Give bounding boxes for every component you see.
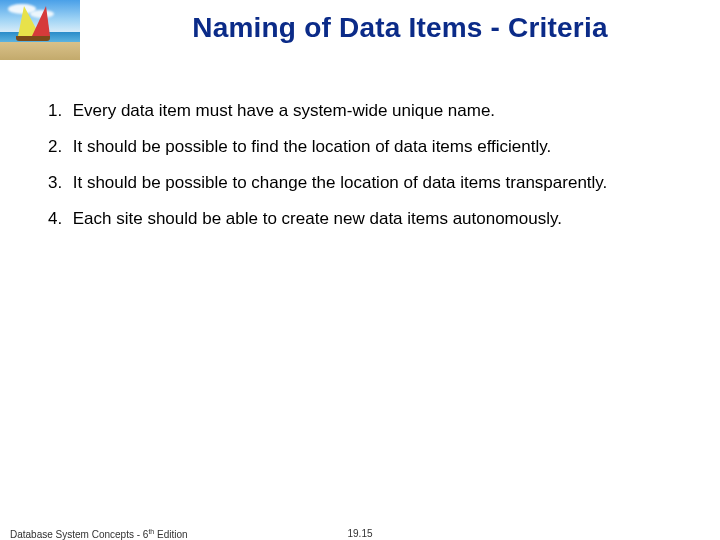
item-number: 1. (48, 100, 68, 122)
slide-title: Naming of Data Items - Criteria (100, 12, 700, 44)
list-item: 2. It should be possible to find the loc… (48, 136, 680, 158)
list-item: 1. Every data item must have a system-wi… (48, 100, 680, 122)
slide: Naming of Data Items - Criteria 1. Every… (0, 0, 720, 540)
item-text: Each site should be able to create new d… (73, 209, 562, 228)
slide-body: 1. Every data item must have a system-wi… (48, 100, 680, 244)
item-number: 3. (48, 172, 68, 194)
list-item: 3. It should be possible to change the l… (48, 172, 680, 194)
item-text: It should be possible to change the loca… (73, 173, 608, 192)
item-text: It should be possible to find the locati… (73, 137, 552, 156)
item-number: 4. (48, 208, 68, 230)
footer-page-number: 19.15 (347, 528, 372, 539)
footer-left: Database System Concepts - 6th Edition (10, 528, 188, 540)
footer-text-suffix: Edition (154, 529, 187, 540)
header-image (0, 0, 80, 60)
item-text: Every data item must have a system-wide … (73, 101, 495, 120)
list-item: 4. Each site should be able to create ne… (48, 208, 680, 230)
item-number: 2. (48, 136, 68, 158)
footer-text-prefix: Database System Concepts - 6 (10, 529, 148, 540)
